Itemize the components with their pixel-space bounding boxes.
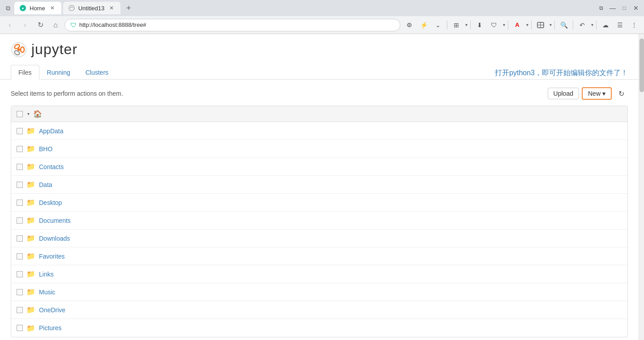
- scrollbar-track: [639, 34, 644, 340]
- sidebar-icon[interactable]: ☰: [614, 19, 626, 31]
- tab-files[interactable]: Files: [11, 65, 39, 80]
- folder-icon: 📁: [26, 252, 35, 260]
- cloud-icon[interactable]: ☁: [599, 19, 612, 31]
- grid-dropdown[interactable]: ▾: [465, 22, 468, 27]
- translate-dropdown[interactable]: ▾: [550, 22, 552, 27]
- shield-dropdown[interactable]: ▾: [503, 22, 505, 27]
- sort-dropdown[interactable]: ▾: [27, 111, 30, 116]
- jupyter-spinner-icon: [11, 42, 27, 58]
- folder-icon: 📁: [26, 324, 35, 332]
- translate-icon[interactable]: [534, 19, 547, 31]
- browser-titlebar: ⧉ ● Home ✕ Untitled13 ✕ + ⧉ — □ ✕: [0, 0, 644, 16]
- reload-button[interactable]: ↻: [34, 19, 47, 31]
- undo-icon[interactable]: ↶: [576, 19, 588, 31]
- text-dropdown[interactable]: ▾: [526, 22, 528, 27]
- desktop-link[interactable]: Desktop: [39, 199, 62, 206]
- undo-dropdown[interactable]: ▾: [591, 22, 593, 27]
- extensions-icon[interactable]: [403, 19, 416, 31]
- separator3: [508, 21, 508, 30]
- list-item: 📁 OneDrive: [11, 301, 627, 319]
- music-link[interactable]: Music: [39, 289, 56, 296]
- nav-tabs: Files Running Clusters 打开python3，即可开始编辑你…: [0, 65, 639, 80]
- tab-home[interactable]: ● Home ✕: [14, 2, 61, 14]
- text-icon[interactable]: A: [511, 19, 524, 31]
- refresh-button[interactable]: ↻: [614, 87, 628, 100]
- page-content: jupyter Files Running Clusters 打开python3…: [0, 34, 644, 340]
- pictures-checkbox[interactable]: [17, 325, 23, 331]
- music-checkbox[interactable]: [17, 289, 23, 295]
- favorites-checkbox[interactable]: [17, 253, 23, 259]
- new-button[interactable]: New ▾: [582, 87, 612, 100]
- separator6: [573, 21, 573, 30]
- lightning-icon[interactable]: ⚡: [417, 19, 430, 31]
- upload-button[interactable]: Upload: [548, 88, 579, 99]
- list-item: 📁 Documents: [11, 212, 627, 230]
- contacts-link[interactable]: Contacts: [39, 163, 64, 170]
- window-restore-icon[interactable]: ⧉: [597, 4, 605, 13]
- jupyter-title: jupyter: [31, 41, 77, 58]
- select-all-checkbox[interactable]: [17, 111, 23, 117]
- list-item: 📁 Music: [11, 283, 627, 301]
- folder-icon: 📁: [26, 234, 35, 242]
- links-checkbox[interactable]: [17, 271, 23, 277]
- forward-button[interactable]: ›: [19, 19, 31, 31]
- download-icon[interactable]: ⬇: [473, 19, 486, 31]
- file-list: ▾ 🏠 📁 AppData 📁 BHO: [11, 106, 628, 337]
- tab-home-close[interactable]: ✕: [49, 4, 56, 12]
- main-area: jupyter Files Running Clusters 打开python3…: [0, 34, 639, 340]
- jupyter-logo: jupyter: [11, 41, 77, 58]
- tab-clusters[interactable]: Clusters: [78, 65, 116, 80]
- home-button[interactable]: ⌂: [49, 19, 62, 31]
- pictures-link[interactable]: Pictures: [39, 324, 62, 332]
- tab-running[interactable]: Running: [39, 65, 78, 80]
- window-close-icon[interactable]: ✕: [631, 4, 640, 13]
- home-directory-icon[interactable]: 🏠: [33, 110, 42, 118]
- jupyter-header: jupyter: [0, 34, 639, 58]
- folder-icon: 📁: [26, 127, 35, 135]
- onedrive-checkbox[interactable]: [17, 307, 23, 313]
- folder-icon: 📁: [26, 306, 35, 314]
- downloads-checkbox[interactable]: [17, 235, 23, 242]
- scrollbar[interactable]: [639, 34, 644, 340]
- desktop-checkbox[interactable]: [17, 200, 23, 206]
- documents-checkbox[interactable]: [17, 217, 23, 224]
- data-checkbox[interactable]: [17, 182, 23, 188]
- folder-icon: 📁: [26, 198, 35, 207]
- toolbar-right: ⚡ ⌄ ⊞ ▾ ⬇ 🛡 ▾ A ▾ ▾ 🔍 ↶ ▾ ☁ ☰ ⋮: [403, 19, 640, 31]
- appdata-link[interactable]: AppData: [39, 128, 63, 135]
- tab-untitled13-close[interactable]: ✕: [108, 4, 115, 12]
- documents-link[interactable]: Documents: [39, 217, 71, 224]
- bho-checkbox[interactable]: [17, 146, 23, 152]
- select-items-text: Select items to perform actions on them.: [11, 90, 123, 97]
- svg-point-2: [409, 24, 410, 26]
- appdata-checkbox[interactable]: [17, 128, 23, 134]
- window-minimize-icon[interactable]: —: [608, 4, 617, 13]
- search-icon[interactable]: 🔍: [558, 19, 570, 31]
- links-link[interactable]: Links: [39, 271, 54, 278]
- contacts-checkbox[interactable]: [17, 164, 23, 170]
- window-maximize-icon[interactable]: □: [620, 4, 629, 13]
- security-icon: 🛡: [70, 21, 77, 29]
- back-button[interactable]: ‹: [4, 19, 16, 31]
- window-icon: ⧉: [4, 4, 13, 13]
- address-bar[interactable]: 🛡 http://localhost:8888/tree#: [64, 19, 400, 31]
- bho-link[interactable]: BHO: [39, 145, 52, 153]
- action-bar-right: Upload New ▾ ↻: [548, 87, 628, 100]
- tab-untitled13-label: Untitled13: [78, 5, 105, 12]
- svg-point-6: [21, 47, 24, 52]
- menu-icon[interactable]: ⋮: [628, 19, 640, 31]
- downloads-link[interactable]: Downloads: [39, 235, 70, 242]
- grid-icon[interactable]: ⊞: [450, 19, 463, 31]
- new-tab-button[interactable]: +: [122, 2, 135, 14]
- svg-point-8: [17, 48, 20, 51]
- shield-icon[interactable]: 🛡: [488, 19, 500, 31]
- dropdown-icon[interactable]: ⌄: [432, 19, 444, 31]
- list-item: 📁 Pictures: [11, 319, 627, 337]
- data-link[interactable]: Data: [39, 181, 52, 188]
- favorites-link[interactable]: Favorites: [39, 253, 65, 260]
- scrollbar-thumb[interactable]: [640, 38, 644, 92]
- onedrive-link[interactable]: OneDrive: [39, 306, 65, 314]
- chinese-banner: 打开python3，即可开始编辑你的文件了！: [495, 65, 628, 79]
- tab-untitled13[interactable]: Untitled13 ✕: [63, 2, 121, 14]
- file-list-header: ▾ 🏠: [11, 106, 627, 122]
